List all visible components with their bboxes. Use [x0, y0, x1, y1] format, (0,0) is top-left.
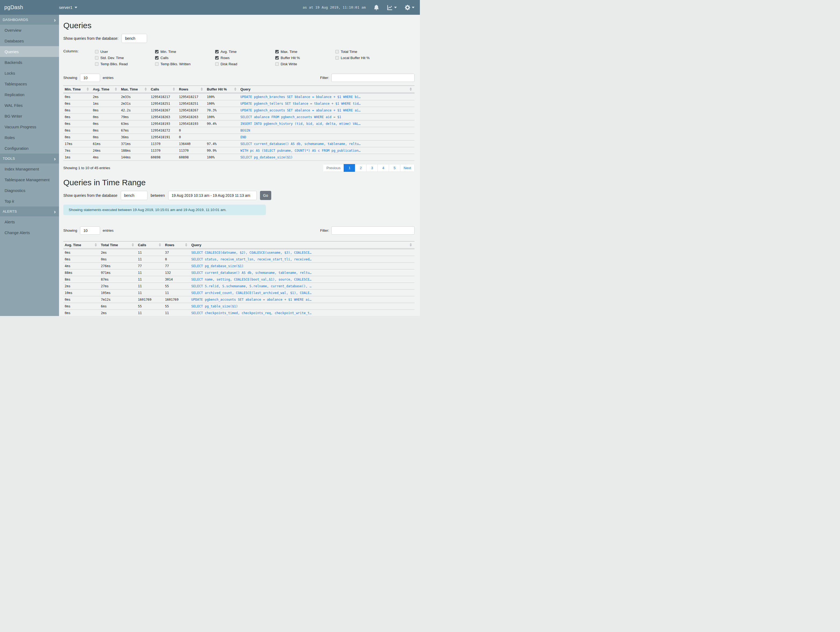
- sidebar-item[interactable]: Databases: [0, 35, 59, 46]
- query-link[interactable]: END: [240, 135, 246, 139]
- checkbox[interactable]: [95, 56, 98, 60]
- time-range-input[interactable]: [168, 191, 257, 200]
- page-button[interactable]: 2: [355, 164, 366, 172]
- query-link[interactable]: SELECT name, setting, COALESCE(boot_val,…: [191, 277, 311, 281]
- column-toggle[interactable]: Total Time: [335, 49, 395, 55]
- sidebar-item[interactable]: Backends: [0, 57, 59, 68]
- sidebar-item[interactable]: Roles: [0, 132, 59, 143]
- sort-icon[interactable]: [234, 87, 236, 91]
- sidebar-item[interactable]: Queries: [0, 46, 59, 57]
- checkbox[interactable]: [275, 62, 279, 66]
- query-link[interactable]: SELECT S.relid, S.schemaname, S.relname,…: [191, 284, 311, 288]
- column-header[interactable]: Calls: [137, 241, 164, 249]
- sort-icon[interactable]: [410, 243, 412, 247]
- database-input[interactable]: [122, 34, 147, 43]
- sort-icon[interactable]: [95, 243, 97, 247]
- query-link[interactable]: INSERT INTO pgbench_history (tid, bid, a…: [240, 122, 361, 126]
- sidebar-item[interactable]: Configuration: [0, 143, 59, 154]
- checkbox[interactable]: [155, 62, 159, 66]
- query-link[interactable]: SELECT current_database() AS db, scheman…: [191, 271, 311, 275]
- sidebar-item[interactable]: WAL Files: [0, 100, 59, 111]
- page-button[interactable]: Next: [400, 164, 415, 172]
- sort-icon[interactable]: [145, 87, 147, 91]
- query-link[interactable]: WITH pc AS (SELECT pubname, COUNT(*) AS …: [240, 149, 361, 152]
- sidebar-section-dashboards[interactable]: DASHBOARDS ›: [0, 15, 59, 25]
- column-toggle[interactable]: Min. Time: [155, 49, 215, 55]
- page-button[interactable]: 4: [377, 164, 389, 172]
- column-header[interactable]: Calls: [150, 86, 178, 93]
- column-header[interactable]: Min. Time: [63, 86, 92, 93]
- column-header[interactable]: Max. Time: [120, 86, 150, 93]
- checkbox[interactable]: [215, 50, 219, 54]
- settings-menu-button[interactable]: [405, 5, 415, 10]
- page-button[interactable]: 3: [366, 164, 378, 172]
- sidebar-item[interactable]: Index Management: [0, 163, 59, 174]
- column-header[interactable]: Query: [190, 241, 415, 249]
- sidebar-item[interactable]: Diagnostics: [0, 185, 59, 196]
- checkbox[interactable]: [155, 50, 159, 54]
- sort-icon[interactable]: [410, 87, 412, 91]
- query-link[interactable]: SELECT checkpoints_timed, checkpoints_re…: [191, 311, 311, 315]
- column-header[interactable]: Total Time: [99, 241, 137, 249]
- filter-input[interactable]: [332, 227, 415, 234]
- query-link[interactable]: UPDATE pgbench_tellers SET tbalance = tb…: [240, 102, 361, 106]
- query-link[interactable]: UPDATE pgbench_branches SET bbalance = b…: [240, 95, 361, 99]
- page-button[interactable]: Previous: [323, 164, 344, 172]
- query-link[interactable]: BEGIN: [240, 128, 250, 132]
- checkbox[interactable]: [335, 50, 339, 54]
- page-button[interactable]: 5: [389, 164, 400, 172]
- query-link[interactable]: SELECT abalance FROM pgbench_accounts WH…: [240, 115, 341, 119]
- column-toggle[interactable]: Max. Time: [275, 49, 335, 55]
- sidebar-item[interactable]: Overview: [0, 25, 59, 35]
- column-toggle[interactable]: Calls: [155, 55, 215, 61]
- sidebar-item[interactable]: Locks: [0, 68, 59, 78]
- sidebar-section-alerts[interactable]: ALERTS ›: [0, 206, 59, 216]
- sidebar-item[interactable]: Alerts: [0, 216, 59, 227]
- query-link[interactable]: SELECT archived_count, COALESCE(last_arc…: [191, 291, 311, 295]
- column-header[interactable]: Rows: [178, 86, 205, 93]
- column-toggle[interactable]: Disk Read: [215, 61, 275, 67]
- server-dropdown[interactable]: server1: [59, 5, 77, 10]
- column-toggle[interactable]: Temp Blks. Written: [155, 61, 215, 67]
- query-link[interactable]: UPDATE pgbench_accounts SET abalance = a…: [240, 108, 361, 112]
- column-toggle[interactable]: Rows: [215, 55, 275, 61]
- column-header[interactable]: Rows: [164, 241, 190, 249]
- query-link[interactable]: SELECT status, receive_start_lsn, receiv…: [191, 257, 311, 261]
- sidebar-item[interactable]: BG Writer: [0, 111, 59, 121]
- column-toggle[interactable]: Local Buffer Hit %: [335, 55, 395, 61]
- sidebar-item[interactable]: Change Alerts: [0, 227, 59, 238]
- column-toggle[interactable]: Std. Dev. Time: [95, 55, 155, 61]
- charts-menu-button[interactable]: [387, 5, 397, 10]
- column-toggle[interactable]: Buffer Hit %: [275, 55, 335, 61]
- sort-icon[interactable]: [87, 87, 89, 91]
- checkbox[interactable]: [215, 56, 219, 60]
- database-input[interactable]: [121, 191, 148, 200]
- go-button[interactable]: Go: [260, 191, 272, 200]
- query-link[interactable]: UPDATE pgbench_accounts SET abalance = a…: [191, 298, 311, 301]
- checkbox[interactable]: [215, 62, 219, 66]
- filter-input[interactable]: [332, 74, 415, 82]
- checkbox[interactable]: [275, 56, 279, 60]
- column-toggle[interactable]: Avg. Time: [215, 49, 275, 55]
- page-button[interactable]: 1: [344, 164, 355, 172]
- sort-icon[interactable]: [173, 87, 175, 91]
- checkbox[interactable]: [95, 62, 98, 66]
- checkbox[interactable]: [95, 50, 98, 54]
- column-header[interactable]: Buffer Hit %: [205, 86, 239, 93]
- checkbox[interactable]: [275, 50, 279, 54]
- sort-icon[interactable]: [159, 243, 161, 247]
- entries-count-input[interactable]: [80, 74, 100, 82]
- column-toggle[interactable]: User: [95, 49, 155, 55]
- sidebar-item[interactable]: Topk: [0, 196, 59, 206]
- sidebar-item[interactable]: Tablespaces: [0, 78, 59, 89]
- sidebar-item[interactable]: Replication: [0, 89, 59, 100]
- query-link[interactable]: SELECT pg_database_size($1): [240, 155, 293, 159]
- column-header[interactable]: Avg. Time: [63, 241, 99, 249]
- sort-icon[interactable]: [185, 243, 187, 247]
- sort-icon[interactable]: [201, 87, 203, 91]
- sidebar-item[interactable]: Tablespace Management: [0, 174, 59, 185]
- sort-icon[interactable]: [132, 243, 134, 247]
- column-header[interactable]: Avg. Time: [92, 86, 120, 93]
- query-link[interactable]: SELECT pg_table_size($1): [191, 304, 238, 308]
- checkbox[interactable]: [335, 56, 339, 60]
